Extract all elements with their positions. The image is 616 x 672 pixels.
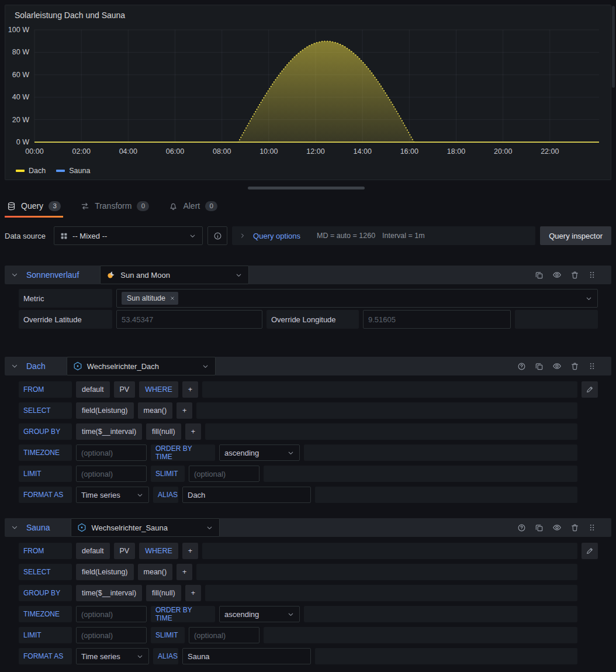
tab-transform[interactable]: Transform 0 <box>78 194 151 218</box>
query-section-sonnenverlauf: Sonnenverlauf Sun and Moon Metric Sun al… <box>5 266 611 329</box>
database-icon <box>7 202 16 211</box>
select-row: SELECT field(Leistung) mean() + <box>19 564 598 580</box>
legend-item-dach[interactable]: Dach <box>16 167 46 175</box>
svg-text:10:00: 10:00 <box>259 147 278 156</box>
add-group-by-button[interactable]: + <box>185 423 201 440</box>
limit-input[interactable] <box>76 627 147 643</box>
collapse-chevron-icon[interactable] <box>11 362 19 370</box>
duplicate-query-icon[interactable] <box>535 523 544 532</box>
add-select-button[interactable]: + <box>177 402 192 419</box>
panel-title: Solarleistung Dach und Sauna <box>5 5 611 25</box>
drag-handle-icon[interactable] <box>588 362 596 370</box>
collapse-chevron-icon[interactable] <box>11 271 19 279</box>
legend-item-sauna[interactable]: Sauna <box>56 167 90 175</box>
select-field-segment[interactable]: field(Leistung) <box>76 564 134 580</box>
datasource-help-icon[interactable] <box>517 362 526 371</box>
order-by-value: ascending <box>224 610 259 619</box>
tab-query[interactable]: Query 3 <box>5 194 63 218</box>
query-datasource-picker[interactable]: Wechselrichter_Sauna <box>71 518 220 537</box>
delete-query-trash-icon[interactable] <box>570 271 579 280</box>
select-mean-segment[interactable]: mean() <box>138 402 173 419</box>
select-label: SELECT <box>19 402 72 419</box>
tab-alert[interactable]: Alert 0 <box>167 194 220 218</box>
from-measurement-segment[interactable]: PV <box>114 543 136 559</box>
override-longitude-input[interactable] <box>363 310 511 329</box>
select-field-segment[interactable]: field(Leistung) <box>76 402 134 419</box>
duplicate-query-icon[interactable] <box>535 362 544 371</box>
group-time-segment[interactable]: time($__interval) <box>76 585 142 601</box>
select-mean-segment[interactable]: mean() <box>138 564 173 580</box>
chevron-down-icon <box>235 271 243 279</box>
toggle-text-edit-pencil-icon[interactable] <box>582 381 598 398</box>
hide-query-eye-icon[interactable] <box>552 361 562 371</box>
datasource-picker[interactable]: -- Mixed -- <box>54 226 203 245</box>
chevron-down-icon <box>585 295 593 302</box>
timezone-input[interactable] <box>76 606 147 622</box>
limit-input[interactable] <box>76 466 147 482</box>
query-datasource-picker[interactable]: Wechselrichter_Dach <box>67 357 216 375</box>
query-datasource-picker[interactable]: Sun and Moon <box>100 266 249 284</box>
collapse-chevron-icon[interactable] <box>11 523 19 532</box>
format-as-select[interactable]: Time series <box>76 648 149 664</box>
slimit-input[interactable] <box>189 627 259 643</box>
row-filler <box>196 402 577 419</box>
duplicate-query-icon[interactable] <box>535 271 544 280</box>
override-latitude-input[interactable] <box>116 310 262 329</box>
hide-query-eye-icon[interactable] <box>552 523 562 532</box>
from-retention-segment[interactable]: default <box>76 381 110 398</box>
add-group-by-button[interactable]: + <box>185 585 201 601</box>
add-condition-button[interactable]: + <box>182 543 198 559</box>
timezone-label: TIMEZONE <box>19 606 72 622</box>
add-select-button[interactable]: + <box>177 564 192 580</box>
query-header: Sauna Wechselrichter_Sauna <box>5 518 611 537</box>
row-filler <box>196 564 577 580</box>
query-name[interactable]: Sonnenverlauf <box>26 270 79 280</box>
order-by-select[interactable]: ascending <box>219 444 300 461</box>
timezone-input[interactable] <box>76 444 147 461</box>
hide-query-eye-icon[interactable] <box>552 270 562 280</box>
alias-input[interactable] <box>182 648 311 664</box>
where-segment[interactable]: WHERE <box>139 543 178 559</box>
drag-handle-icon[interactable] <box>588 271 596 279</box>
svg-text:100 W: 100 W <box>8 26 29 34</box>
group-fill-segment[interactable]: fill(null) <box>146 423 181 440</box>
group-time-segment[interactable]: time($__interval) <box>76 423 142 440</box>
metric-chip[interactable]: Sun altitude <box>122 292 178 305</box>
order-by-select[interactable]: ascending <box>219 606 300 622</box>
horizontal-scrollbar-track <box>5 185 611 192</box>
vertical-scrollbar[interactable] <box>612 6 615 88</box>
svg-text:20 W: 20 W <box>12 116 29 124</box>
timezone-row: TIMEZONE ORDER BY TIME ascending <box>19 444 598 461</box>
chart-panel: Solarleistung Dach und Sauna 0 W20 W40 W… <box>5 5 611 180</box>
metric-select[interactable]: Sun altitude <box>116 289 598 308</box>
delete-query-trash-icon[interactable] <box>570 362 579 371</box>
add-condition-button[interactable]: + <box>182 381 198 398</box>
from-measurement-segment[interactable]: PV <box>114 381 136 398</box>
toggle-text-edit-pencil-icon[interactable] <box>582 543 598 559</box>
override-latitude-label: Override Latitude <box>19 310 112 329</box>
format-as-select[interactable]: Time series <box>76 487 149 503</box>
delete-query-trash-icon[interactable] <box>570 523 579 532</box>
where-segment[interactable]: WHERE <box>139 381 178 398</box>
query-name[interactable]: Sauna <box>26 523 50 532</box>
query-inspector-button[interactable]: Query inspector <box>540 226 611 245</box>
alias-input[interactable] <box>182 487 311 503</box>
horizontal-scrollbar-thumb[interactable] <box>248 187 365 189</box>
query-options-toggle[interactable]: Query options MD = auto = 1260 Interval … <box>232 226 535 245</box>
group-fill-segment[interactable]: fill(null) <box>146 585 181 601</box>
datasource-help-icon[interactable] <box>517 523 526 532</box>
sun-and-moon-icon <box>106 270 116 280</box>
svg-text:80 W: 80 W <box>12 48 29 56</box>
chevron-down-icon <box>287 449 295 457</box>
row-filler <box>202 381 577 398</box>
query-name[interactable]: Dach <box>26 361 46 371</box>
datasource-help-button[interactable] <box>207 226 227 245</box>
svg-text:16:00: 16:00 <box>400 147 418 156</box>
from-retention-segment[interactable]: default <box>76 543 110 559</box>
slimit-input[interactable] <box>189 466 259 482</box>
drag-handle-icon[interactable] <box>588 523 596 532</box>
from-label: FROM <box>19 543 72 559</box>
remove-metric-x-icon[interactable] <box>169 295 175 301</box>
select-row: SELECT field(Leistung) mean() + <box>19 402 598 419</box>
legend-swatch <box>56 170 65 172</box>
